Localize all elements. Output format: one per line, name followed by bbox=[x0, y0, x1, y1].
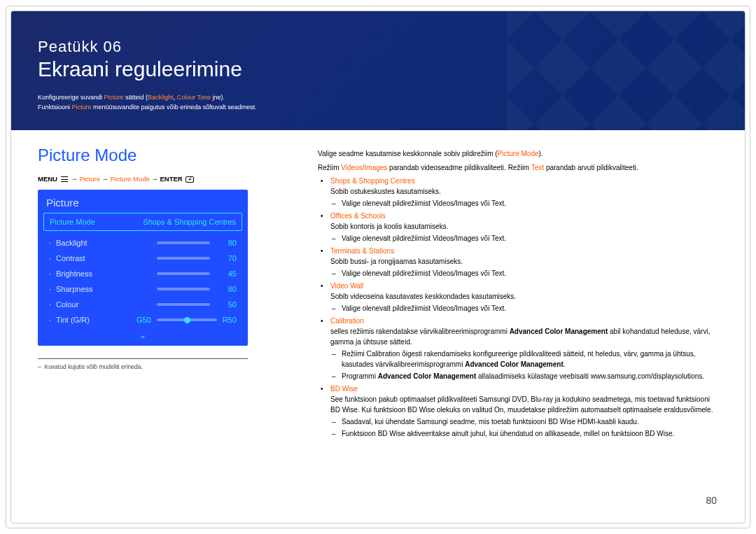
mode-terminals: Terminals & Stations Sobib bussi- ja ron… bbox=[330, 246, 718, 279]
chevron-down-icon[interactable]: ⌄ bbox=[38, 328, 248, 340]
osd-row-colour[interactable]: ·Colour 50 bbox=[38, 297, 248, 312]
chapter-banner: Peatükk 06 Ekraani reguleerimine Konfigu… bbox=[11, 11, 745, 130]
section-heading: Picture Mode bbox=[38, 146, 290, 165]
intro-line-1: Valige seadme kasutamise keskkonnale sob… bbox=[318, 148, 718, 160]
osd-note: – Kuvatud kujutis võib mudeliti erineda. bbox=[38, 363, 290, 370]
osd-title: Picture bbox=[38, 190, 248, 213]
osd-mode-label: Picture Mode bbox=[50, 218, 95, 226]
page-number: 80 bbox=[706, 495, 717, 506]
osd-row-contrast[interactable]: ·Contrast 70 bbox=[38, 251, 248, 266]
description-column: Valige seadme kasutamise keskkonnale sob… bbox=[290, 146, 718, 441]
chapter-pre: Peatükk 06 bbox=[38, 38, 717, 56]
osd-row-tint[interactable]: ·Tint (G/R) G50 R50 bbox=[38, 312, 248, 328]
intro-line-2: Režiim Videos/Images parandab videoseadm… bbox=[318, 162, 718, 174]
mode-bdwise: BD Wise See funktsioon pakub optimaalset… bbox=[330, 384, 718, 439]
mode-calibration: Calibration selles režiimis rakendatakse… bbox=[330, 316, 718, 381]
banner-line-1: Konfigureerige suvandi Picture sätteid (… bbox=[38, 92, 717, 102]
mode-shops: Shops & Shopping Centres Sobib ostukesku… bbox=[330, 176, 718, 209]
chapter-title: Ekraani reguleerimine bbox=[38, 57, 717, 81]
osd-row-backlight[interactable]: ·Backlight 80 bbox=[38, 235, 248, 251]
banner-line-2: Funktsiooni Picture menüüsuvandite paigu… bbox=[38, 102, 717, 112]
menu-path: MENU → Picture → Picture Mode → ENTER bbox=[38, 175, 290, 183]
osd-mode-row[interactable]: Picture Mode Shops & Shopping Centres bbox=[43, 213, 242, 231]
mode-videowall: Video Wall Sobib videoseina kasutavates … bbox=[330, 281, 718, 314]
mode-offices: Offices & Schools Sobib kontoris ja kool… bbox=[330, 211, 718, 244]
osd-mode-value: Shops & Shopping Centres bbox=[143, 218, 236, 226]
osd-row-sharpness[interactable]: ·Sharpness 80 bbox=[38, 281, 248, 297]
menu-icon bbox=[61, 176, 68, 182]
osd-panel: Picture Picture Mode Shops & Shopping Ce… bbox=[38, 190, 248, 346]
note-divider bbox=[38, 358, 248, 359]
enter-icon bbox=[186, 176, 194, 183]
osd-row-brightness[interactable]: ·Brightness 45 bbox=[38, 266, 248, 281]
